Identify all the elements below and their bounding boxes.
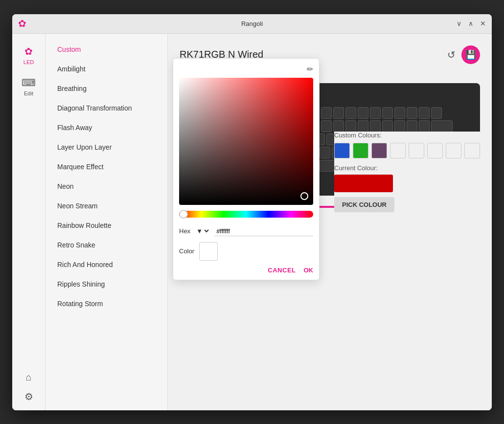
minimize-button[interactable]: ∨ xyxy=(457,20,461,27)
hue-slider-container xyxy=(179,211,313,220)
edit-icon: ⌨ xyxy=(22,77,36,89)
ok-button[interactable]: OK xyxy=(304,267,314,274)
history-button[interactable]: ↺ xyxy=(447,45,456,64)
led-nav-item[interactable]: ✿ LED xyxy=(15,42,43,69)
main-content: RK71RGB N Wired ↺ 💾 Current profile xyxy=(168,34,492,410)
current-colour-label: Current Colour: xyxy=(334,164,480,172)
color-preview-row: Color xyxy=(179,242,313,261)
swatch-empty-5[interactable] xyxy=(464,143,480,158)
sidebar-item-breathing[interactable]: Breathing xyxy=(46,79,167,98)
color-picker-top: ✏ xyxy=(179,65,313,74)
maximize-button[interactable]: ∧ xyxy=(468,20,473,27)
hex-dropdown[interactable]: ▼ xyxy=(194,227,210,235)
sidebar-item-flash[interactable]: Flash Away xyxy=(46,118,167,137)
save-button[interactable]: 💾 xyxy=(461,45,480,64)
home-icon[interactable]: ⌂ xyxy=(25,372,31,383)
custom-colours-label: Custom Colours: xyxy=(334,132,480,139)
edit-nav-item[interactable]: ⌨ Edit xyxy=(15,73,43,100)
sidebar: Custom Ambilight Breathing Diagonal Tran… xyxy=(46,34,168,410)
swatch-empty-2[interactable] xyxy=(409,143,424,158)
sidebar-item-diagonal[interactable]: Diagonal Transformation xyxy=(46,98,167,118)
hue-slider[interactable] xyxy=(179,211,313,218)
custom-colours-panel: Custom Colours: Current Colour: PICK COL… xyxy=(334,132,480,212)
sidebar-item-custom[interactable]: Custom xyxy=(46,40,167,59)
current-colour-swatch xyxy=(334,175,393,192)
swatch-empty-3[interactable] xyxy=(427,143,443,158)
sidebar-item-neon[interactable]: Neon xyxy=(46,177,167,196)
device-actions: ↺ 💾 xyxy=(447,45,480,64)
close-button[interactable]: ✕ xyxy=(480,20,486,27)
app-logo-icon: ✿ xyxy=(18,18,26,29)
pick-colour-button[interactable]: PICK COLOUR xyxy=(334,197,394,212)
color-label: Color xyxy=(179,247,194,255)
led-icon: ✿ xyxy=(24,45,33,57)
sidebar-item-rich[interactable]: Rich And Honored xyxy=(46,255,167,274)
sidebar-item-retro[interactable]: Retro Snake xyxy=(46,235,167,255)
swatch-empty-1[interactable] xyxy=(390,143,406,158)
color-swatch-preview xyxy=(199,242,218,261)
app-window: ✿ Rangoli ∨ ∧ ✕ ✿ LED ⌨ Edit ⌂ ⚙ xyxy=(12,14,492,410)
sidebar-item-ripples[interactable]: Ripples Shining xyxy=(46,274,167,294)
icon-bar: ✿ LED ⌨ Edit ⌂ ⚙ xyxy=(12,34,46,410)
eyedropper-button[interactable]: ✏ xyxy=(307,65,313,74)
swatch-green[interactable] xyxy=(353,143,368,158)
gradient-selector[interactable] xyxy=(300,192,308,200)
picker-actions: CANCEL OK xyxy=(179,267,313,274)
swatch-empty-4[interactable] xyxy=(446,143,461,158)
color-picker-dialog: ✏ Hex ▼ Color xyxy=(173,58,320,280)
colour-swatches xyxy=(334,143,480,158)
settings-icon[interactable]: ⚙ xyxy=(24,391,33,402)
hex-label: Hex xyxy=(179,227,190,235)
hex-input[interactable] xyxy=(214,226,313,236)
sidebar-item-rotating[interactable]: Rotating Storm xyxy=(46,294,167,313)
color-gradient-box[interactable] xyxy=(179,78,313,205)
sidebar-item-ambilight[interactable]: Ambilight xyxy=(46,59,167,79)
title-bar: ✿ Rangoli ∨ ∧ ✕ xyxy=(12,14,492,34)
cancel-button[interactable]: CANCEL xyxy=(268,267,296,274)
sidebar-item-layer[interactable]: Layer Upon Layer xyxy=(46,137,167,157)
hex-row: Hex ▼ xyxy=(179,226,313,236)
swatch-purple[interactable] xyxy=(371,143,387,158)
sidebar-item-rainbow[interactable]: Rainbow Roulette xyxy=(46,216,167,235)
led-nav-label: LED xyxy=(23,59,34,65)
edit-nav-label: Edit xyxy=(24,90,33,96)
sidebar-item-neon-stream[interactable]: Neon Stream xyxy=(46,196,167,216)
sidebar-item-marquee[interactable]: Marquee Effect xyxy=(46,157,167,177)
swatch-blue[interactable] xyxy=(334,143,350,158)
app-title: Rangoli xyxy=(241,20,263,27)
